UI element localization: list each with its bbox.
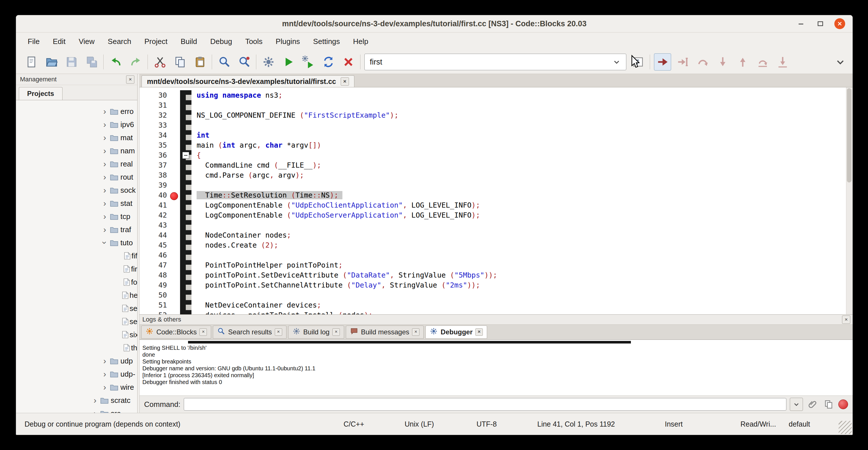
abort-build-button[interactable] — [340, 54, 357, 70]
chevron-icon[interactable]: › — [100, 147, 109, 155]
chevron-icon[interactable]: › — [100, 383, 109, 391]
code-line[interactable]: 43 — [140, 220, 852, 230]
close-icon[interactable]: × — [412, 328, 420, 336]
line-number[interactable]: 49 — [140, 281, 180, 289]
menu-build[interactable]: Build — [174, 33, 204, 50]
line-number[interactable]: 44 — [140, 231, 180, 239]
close-icon[interactable]: × — [842, 316, 850, 324]
code-line[interactable]: 39 — [140, 180, 852, 190]
line-number[interactable]: 45 — [140, 241, 180, 249]
line-number[interactable]: 37 — [140, 161, 180, 169]
chevron-icon[interactable]: › — [100, 107, 109, 116]
code-line[interactable]: 34int — [140, 130, 852, 140]
toolbar-overflow-button[interactable] — [832, 54, 848, 70]
tree-item-sock[interactable]: ›sock — [16, 184, 137, 197]
code-line[interactable]: 52 devices = pointToPoint.Install (nodes… — [140, 310, 852, 314]
title-bar[interactable]: mnt/dev/tools/source/ns-3-dev/examples/t… — [16, 15, 852, 33]
undo-button[interactable] — [107, 54, 124, 70]
step-out-button[interactable] — [735, 54, 751, 70]
run-to-cursor-button[interactable] — [675, 54, 691, 70]
menu-file[interactable]: File — [21, 33, 46, 50]
line-number[interactable]: 41 — [140, 201, 180, 209]
code-line[interactable]: 44 NodeContainer nodes; — [140, 230, 852, 240]
scrollbar-thumb[interactable] — [847, 88, 851, 182]
cut-button[interactable] — [152, 54, 168, 70]
editor-scrollbar[interactable] — [846, 87, 852, 314]
rebuild-button[interactable] — [320, 54, 337, 70]
tree-item-ipv6[interactable]: ›ipv6 — [16, 118, 137, 131]
menu-settings[interactable]: Settings — [306, 33, 346, 50]
close-icon[interactable]: × — [333, 328, 340, 336]
tree-item-traf[interactable]: ›traf — [16, 223, 137, 236]
debug-continue-button[interactable] — [654, 53, 671, 70]
code-line[interactable]: 41 LogComponentEnable ("UdpEchoClientApp… — [140, 200, 852, 210]
resize-grip[interactable] — [839, 421, 852, 434]
line-number[interactable]: 51 — [140, 301, 180, 309]
tree-item-tcp[interactable]: ›tcp — [16, 210, 137, 223]
tree-item-udp[interactable]: ›udp — [16, 354, 137, 367]
chevron-icon[interactable]: › — [100, 173, 109, 181]
menu-tools[interactable]: Tools — [239, 33, 269, 50]
code-line[interactable]: 40 Time::SetResolution (Time::NS); — [140, 190, 852, 200]
line-number[interactable]: 34 — [140, 131, 180, 139]
copy-log-button[interactable] — [823, 398, 835, 411]
chevron-icon[interactable]: › — [100, 225, 109, 234]
maximize-button[interactable] — [815, 18, 826, 29]
chevron-icon[interactable]: › — [100, 357, 109, 365]
search-input[interactable]: first — [370, 58, 612, 66]
build-button[interactable] — [260, 54, 277, 70]
menu-view[interactable]: View — [72, 33, 101, 50]
tab-projects[interactable]: Projects — [19, 87, 62, 100]
code-line[interactable]: 46 — [140, 250, 852, 260]
line-number[interactable]: 52 — [140, 311, 180, 314]
line-number[interactable]: 38 — [140, 171, 180, 179]
tree-item-stat[interactable]: ›stat — [16, 197, 137, 210]
close-button[interactable] — [834, 18, 845, 29]
menu-debug[interactable]: Debug — [204, 33, 239, 50]
menu-project[interactable]: Project — [138, 33, 174, 50]
tree-item-tuto[interactable]: ›tuto — [16, 236, 137, 249]
chevron-icon[interactable]: › — [91, 396, 99, 404]
tree-item-fo[interactable]: fo — [16, 275, 137, 289]
incremental-search-combo[interactable]: first — [364, 54, 626, 70]
tree-item-fif[interactable]: fif — [16, 249, 137, 262]
editor-tab[interactable]: mnt/dev/tools/source/ns-3-dev/examples/t… — [142, 76, 354, 87]
tree-item-fir[interactable]: fir — [16, 262, 137, 275]
line-number[interactable]: 42 — [140, 211, 180, 219]
log-tab-build-messages[interactable]: Build messages× — [346, 326, 424, 339]
log-tab-search-results[interactable]: Search results× — [213, 326, 286, 339]
line-number[interactable]: 30 — [140, 91, 180, 99]
line-number[interactable]: 40 — [140, 191, 180, 199]
code-line[interactable]: 42 LogComponentEnable ("UdpEchoServerApp… — [140, 210, 852, 220]
code-editor[interactable]: 30using namespace ns3;3132NS_LOG_COMPONE… — [139, 87, 852, 314]
tree-item-he[interactable]: he — [16, 289, 137, 302]
tree-item-th[interactable]: th — [16, 341, 137, 354]
menu-search[interactable]: Search — [101, 33, 138, 50]
chevron-icon[interactable]: › — [91, 409, 99, 413]
chevron-icon[interactable]: › — [100, 133, 109, 142]
line-number[interactable]: 35 — [140, 141, 180, 149]
log-output[interactable]: Setting SHELL to '/bin/sh'doneSetting br… — [140, 339, 852, 396]
build-and-run-button[interactable] — [300, 54, 317, 70]
code-line[interactable]: 37 CommandLine cmd (__FILE__); — [140, 160, 852, 170]
close-icon[interactable]: × — [199, 328, 207, 336]
log-tab-code-blocks[interactable]: Code::Blocks× — [141, 326, 211, 339]
tree-item-six[interactable]: six — [16, 328, 137, 341]
code-line[interactable]: 45 nodes.Create (2); — [140, 240, 852, 250]
breakpoint-marker[interactable] — [170, 192, 178, 200]
log-tab-debugger[interactable]: Debugger× — [426, 326, 487, 339]
code-line[interactable]: 47 PointToPointHelper pointToPoint; — [140, 260, 852, 270]
code-line[interactable]: 49 pointToPoint.SetChannelAttribute ("De… — [140, 280, 852, 290]
tree-item-wire[interactable]: ›wire — [16, 381, 137, 394]
log-tab-build-log[interactable]: Build log× — [288, 326, 344, 339]
code-line[interactable]: 48 pointToPoint.SetDeviceAttribute ("Dat… — [140, 270, 852, 280]
close-icon[interactable]: × — [341, 78, 349, 86]
redo-button[interactable] — [128, 54, 144, 70]
step-into-button[interactable] — [714, 54, 731, 70]
tree-item-udp-[interactable]: ›udp- — [16, 367, 137, 381]
code-line[interactable]: 36{ — [140, 150, 852, 160]
fold-marker[interactable] — [182, 152, 189, 159]
chevron-icon[interactable]: › — [100, 186, 109, 194]
code-line[interactable]: 31 — [140, 100, 852, 110]
code-line[interactable]: 32NS_LOG_COMPONENT_DEFINE ("FirstScriptE… — [140, 110, 852, 120]
